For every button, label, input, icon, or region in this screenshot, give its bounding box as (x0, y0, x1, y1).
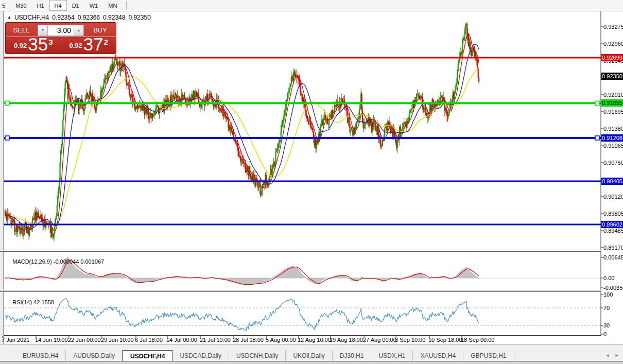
price-badge: 0.91855 (601, 99, 623, 107)
moving-averages-layer (5, 33, 479, 231)
trading-terminal: 5M30H1H4D1W1MN ▲ USDCHF,H4 0.92354 0.923… (0, 0, 623, 364)
window-bottom-edge (0, 361, 623, 364)
date-tick-label: 29 Jun 10:00 (101, 337, 134, 343)
date-tick-label: 14 Jul 00:00 (166, 337, 197, 343)
macd-label: MACD(12,26,9) -0.000044 0.001067 (6, 252, 104, 271)
date-tick-label: 10 Sep 18:00 (428, 337, 462, 343)
buy-price-big: 37 (83, 37, 103, 52)
price-badge: 0.89602 (601, 221, 623, 228)
price-tick-label: 0.91065 (603, 143, 623, 149)
price-tick-label: 0.91695 (603, 109, 623, 115)
tab-eurusd-h4[interactable]: EURUSD,H4 (15, 350, 66, 361)
price-tick-label: 0.89485 (603, 228, 623, 234)
tab-dj30-h1[interactable]: DJ30,H1 (333, 350, 372, 361)
sell-price-quote[interactable]: 0.92 35 3 (6, 37, 61, 54)
price-tick-label: 0.89170 (603, 245, 623, 251)
indicator-tick-label: 100 (603, 291, 613, 298)
price-tick-label: 0.93275 (603, 24, 623, 30)
ohlc-low: 0.92348 (103, 14, 125, 21)
status-strip (0, 344, 623, 350)
date-tick-label: 3 Sep 10:00 (395, 337, 425, 343)
tab-xauusd-h4[interactable]: XAUUSD,H4 (413, 350, 463, 361)
panel-splitter[interactable] (0, 290, 601, 292)
price-tick-label: 0.92010 (603, 92, 623, 98)
date-tick-label: 14 Jun 19:00 (35, 337, 68, 343)
line-handle[interactable] (5, 136, 9, 140)
date-tick-label: 5 Aug 00:00 (266, 337, 296, 343)
price-tick-label: 0.90120 (603, 194, 623, 200)
sell-price-big: 35 (28, 37, 48, 52)
date-tick-label: 28 Jul 18:00 (233, 337, 264, 343)
tab-usdchf-h4[interactable]: USDCHF,H4 (123, 350, 172, 361)
ohlc-high: 0.92366 (78, 14, 100, 21)
indicator-tick-label: 0.00 (603, 275, 614, 281)
horizontal-lines-layer[interactable] (4, 58, 601, 224)
tab-gbpusd-h1[interactable]: GBPUSD,H1 (463, 350, 514, 361)
price-badge: 0.92699 (601, 54, 623, 61)
date-tick-label: 18 Sep 00:00 (461, 337, 494, 343)
chart-tab-bar: EURUSD,H4AUDUSD,DailyUSDCHF,H4USDCAD,Dai… (0, 350, 623, 361)
date-tick-label: 27 Aug 00:00 (363, 337, 396, 343)
date-tick-label: 21 Jul 10:00 (200, 337, 231, 343)
ohlc-open: 0.92354 (52, 14, 74, 21)
symbol-marker-icon: ▲ (7, 15, 11, 20)
tab-usdcad-daily[interactable]: USDCAD,Daily (172, 350, 229, 361)
date-tick-label: 19 Aug 18:00 (330, 337, 363, 343)
price-tick-label: 0.92960 (603, 41, 623, 47)
sell-button[interactable]: SELL (6, 25, 37, 34)
tab-usdx-h1[interactable]: USDX,H1 (371, 350, 413, 361)
lot-size-input[interactable] (48, 25, 74, 36)
lot-increase-button[interactable]: ▲ (74, 25, 83, 36)
tab-usdcnh-daily[interactable]: USDCNH,Daily (229, 350, 286, 361)
date-axis: 7 Jun 202114 Jun 19:0022 Jun 00:0029 Jun… (0, 337, 623, 344)
indicator-tick-label: 70 (603, 305, 610, 311)
chart-canvas[interactable] (0, 0, 623, 364)
buy-price-pip: 2 (104, 38, 108, 46)
indicator-tick-label: -0.003507 (603, 285, 623, 291)
indicator-tick-label: 30 (603, 322, 610, 328)
chart-title: ▲ USDCHF,H4 0.92354 0.92366 0.92348 0.92… (7, 14, 151, 21)
panel-splitter[interactable] (0, 250, 601, 252)
buy-price-prefix: 0.92 (69, 42, 82, 49)
tabs-scroll-left-button[interactable]: ◄ (605, 353, 610, 358)
price-badge: 0.92350 (601, 73, 623, 80)
rsi-label: RSI(14) 42.1558 (6, 293, 54, 311)
sell-price-prefix: 0.92 (14, 42, 27, 49)
date-tick-label: 12 Aug 10:00 (298, 337, 331, 343)
buy-button[interactable]: BUY (84, 25, 116, 34)
chart-symbol: USDCHF,H4 (14, 14, 49, 21)
ohlc-close: 0.92350 (128, 14, 150, 21)
tab-ukoil-daily[interactable]: UKOil,Daily (286, 350, 332, 361)
line-handle[interactable] (595, 136, 599, 140)
line-handle[interactable] (5, 101, 9, 105)
line-handle[interactable] (595, 101, 599, 105)
tabs-scroll-right-button[interactable]: ► (615, 353, 619, 358)
one-click-trading-panel: SELL ▼ ▲ BUY 0.92 35 3 0.92 37 2 (5, 22, 116, 54)
buy-price-quote[interactable]: 0.92 37 2 (61, 37, 116, 54)
date-tick-label: 7 Jun 2021 (2, 337, 29, 343)
sell-price-pip: 3 (48, 38, 53, 46)
chart-bottom-frame (0, 344, 623, 344)
rsi-layer (4, 299, 601, 331)
price-tick-label: 0.90750 (603, 160, 623, 166)
indicator-tick-label: 0.006451 (603, 254, 623, 261)
price-tick-label: 0.89805 (603, 211, 623, 217)
date-tick-label: 6 Jul 18:00 (135, 337, 163, 343)
price-badge: 0.90405 (601, 178, 623, 185)
tab-audusd-daily[interactable]: AUDUSD,Daily (66, 350, 123, 361)
date-tick-label: 22 Jun 00:00 (68, 337, 101, 343)
price-badge: 0.91208 (601, 134, 623, 142)
price-tick-label: 0.91380 (603, 126, 623, 132)
